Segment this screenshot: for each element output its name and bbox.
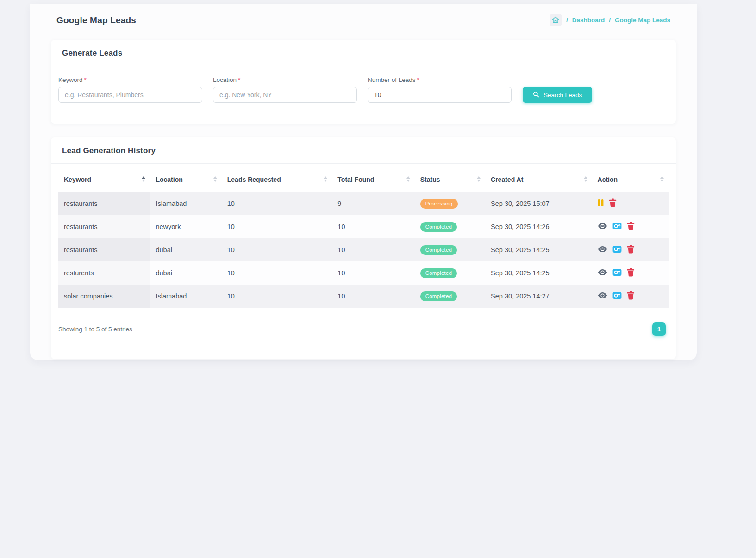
number-of-leads-input[interactable] <box>368 87 512 103</box>
column-header-location[interactable]: Location <box>150 167 221 192</box>
export-icon <box>612 291 622 301</box>
keyword-field-group: Keyword* <box>58 76 202 103</box>
cell-total-found: 10 <box>332 285 414 308</box>
breadcrumb-link-dashboard[interactable]: Dashboard <box>572 17 605 24</box>
history-table-wrap: Keyword Location Leads Requested Total F… <box>51 164 676 308</box>
column-header-keyword[interactable]: Keyword <box>58 167 150 192</box>
table-row: restaurantsdubai1010CompletedSep 30, 202… <box>58 238 669 261</box>
delete-button[interactable] <box>609 198 617 209</box>
cell-status: Completed <box>415 285 485 308</box>
cell-location: dubai <box>150 261 221 285</box>
delete-button[interactable] <box>627 268 635 278</box>
table-header-row: Keyword Location Leads Requested Total F… <box>58 167 669 192</box>
cell-created-at: Sep 30, 2025 14:25 <box>485 238 592 261</box>
cell-action <box>592 192 669 216</box>
location-input[interactable] <box>213 87 357 103</box>
cell-location: newyork <box>150 215 221 238</box>
view-icon <box>598 291 607 301</box>
export-icon <box>612 268 622 278</box>
export-button[interactable] <box>612 291 622 301</box>
history-card: Lead Generation History Keyword Location… <box>51 137 676 359</box>
generate-leads-title: Generate Leads <box>62 49 665 58</box>
number-of-leads-field-group: Number of Leads* <box>368 76 512 103</box>
sort-icon <box>584 176 587 182</box>
cell-keyword: resturents <box>58 261 150 285</box>
history-card-footer: Showing 1 to 5 of 5 entries 1 <box>51 308 676 359</box>
cell-action <box>592 215 669 238</box>
page-title: Google Map Leads <box>56 15 136 25</box>
column-header-total-found[interactable]: Total Found <box>332 167 414 192</box>
view-icon <box>598 268 607 278</box>
view-icon <box>598 222 607 231</box>
sort-icon <box>324 176 327 182</box>
column-header-leads-requested[interactable]: Leads Requested <box>222 167 332 192</box>
breadcrumb-home-button[interactable] <box>550 14 562 26</box>
column-header-status[interactable]: Status <box>415 167 485 192</box>
table-row: resturentsdubai1010CompletedSep 30, 2025… <box>58 261 669 285</box>
sort-icon <box>477 176 481 182</box>
required-asterisk: * <box>417 76 419 83</box>
delete-button[interactable] <box>627 291 635 301</box>
delete-icon <box>627 245 635 255</box>
search-leads-button[interactable]: Search Leads <box>523 87 592 103</box>
pagination-page-1-button[interactable]: 1 <box>652 322 666 336</box>
cell-status: Processing <box>415 192 485 216</box>
export-button[interactable] <box>612 245 622 254</box>
pause-icon <box>598 199 604 208</box>
view-button[interactable] <box>598 222 607 231</box>
cell-total-found: 10 <box>332 215 414 238</box>
history-table: Keyword Location Leads Requested Total F… <box>58 167 669 308</box>
location-field-group: Location* <box>213 76 357 103</box>
table-row: restaurantsnewyork1010CompletedSep 30, 2… <box>58 215 669 238</box>
search-icon <box>533 91 539 99</box>
sort-icon <box>406 176 410 182</box>
delete-icon <box>627 268 635 278</box>
table-row: restaurantsIslamabad109ProcessingSep 30,… <box>58 192 669 216</box>
cell-created-at: Sep 30, 2025 14:27 <box>485 285 592 308</box>
entries-info: Showing 1 to 5 of 5 entries <box>58 326 132 333</box>
cell-action <box>592 285 669 308</box>
keyword-label: Keyword* <box>58 76 202 83</box>
cell-status: Completed <box>415 215 485 238</box>
history-card-header: Lead Generation History <box>51 137 676 164</box>
cell-location: Islamabad <box>150 192 221 216</box>
table-row: solar companiesIslamabad1010CompletedSep… <box>58 285 669 308</box>
view-button[interactable] <box>598 245 607 254</box>
number-of-leads-label: Number of Leads* <box>368 76 512 83</box>
cell-leads-requested: 10 <box>222 238 332 261</box>
page-header: Google Map Leads / Dashboard / Google Ma… <box>51 10 676 28</box>
export-icon <box>612 245 622 254</box>
cell-location: Islamabad <box>150 285 221 308</box>
cell-keyword: restaurants <box>58 215 150 238</box>
view-button[interactable] <box>598 268 607 278</box>
view-icon <box>598 245 607 254</box>
generate-leads-card-header: Generate Leads <box>51 40 676 66</box>
status-badge: Completed <box>420 268 457 278</box>
cell-keyword: restaurants <box>58 238 150 261</box>
cell-keyword: solar companies <box>58 285 150 308</box>
breadcrumb-separator: / <box>609 17 611 24</box>
column-header-action[interactable]: Action <box>592 167 669 192</box>
cell-total-found: 10 <box>332 261 414 285</box>
required-asterisk: * <box>238 76 240 83</box>
search-leads-button-label: Search Leads <box>544 92 582 99</box>
cell-created-at: Sep 30, 2025 14:26 <box>485 215 592 238</box>
keyword-input[interactable] <box>58 87 202 103</box>
cell-created-at: Sep 30, 2025 14:25 <box>485 261 592 285</box>
status-badge: Completed <box>420 245 457 255</box>
cell-status: Completed <box>415 261 485 285</box>
export-button[interactable] <box>612 268 622 278</box>
column-header-created-at[interactable]: Created At <box>485 167 592 192</box>
breadcrumb-separator: / <box>566 17 568 24</box>
export-button[interactable] <box>612 222 622 231</box>
cell-leads-requested: 10 <box>222 192 332 216</box>
delete-icon <box>609 198 617 209</box>
cell-leads-requested: 10 <box>222 261 332 285</box>
delete-button[interactable] <box>627 245 635 255</box>
status-badge: Completed <box>420 222 457 232</box>
pause-button[interactable] <box>598 199 604 208</box>
delete-button[interactable] <box>627 222 635 232</box>
generate-leads-form: Keyword* Location* Number of Leads* Sear… <box>51 66 676 124</box>
view-button[interactable] <box>598 291 607 301</box>
breadcrumb: / Dashboard / Google Map Leads <box>550 14 670 26</box>
